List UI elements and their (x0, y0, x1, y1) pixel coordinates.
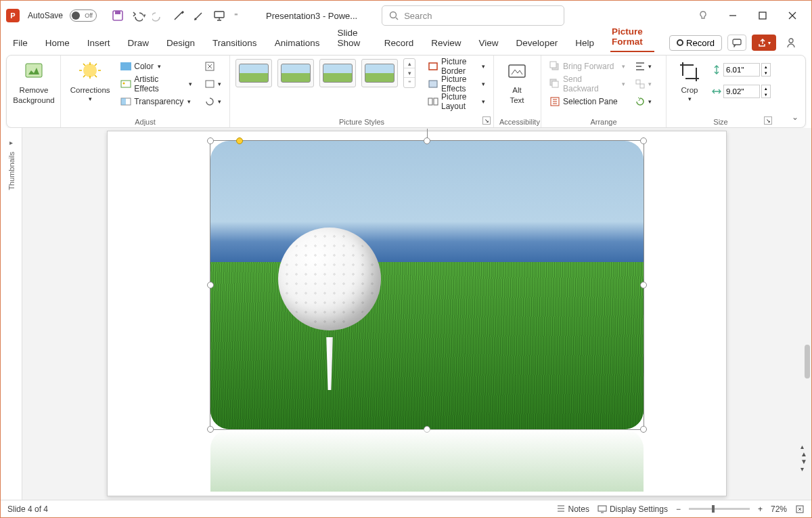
picture-reflection (210, 429, 644, 492)
qat-tool-1[interactable] (170, 7, 187, 24)
ribbon-tabs: File Home Insert Draw Design Transitions… (1, 30, 811, 52)
transparency-button[interactable]: Transparency ▾ (118, 93, 195, 110)
account-icon[interactable] (782, 33, 800, 52)
tab-review[interactable]: Review (430, 34, 462, 52)
size-dialog-launcher[interactable]: ↘ (764, 116, 772, 125)
maximize-button[interactable] (753, 6, 772, 25)
tab-insert[interactable]: Insert (86, 34, 112, 52)
change-picture-button[interactable]: ▾ (202, 76, 224, 92)
fit-to-window-button[interactable] (795, 504, 805, 514)
zoom-slider[interactable] (689, 508, 750, 510)
thumbnails-panel[interactable]: ▸ Thumbnails (1, 128, 22, 500)
gallery-down[interactable]: ▾ (404, 68, 415, 78)
tab-design[interactable]: Design (165, 34, 196, 52)
handle-top-right[interactable] (640, 137, 647, 144)
svg-rect-19 (434, 98, 438, 105)
handle-top-left[interactable] (207, 137, 214, 144)
styles-gallery[interactable]: ▴ ▾ ⁼ (235, 58, 415, 88)
send-backward-button[interactable]: Send Backward▾ (547, 76, 628, 92)
svg-rect-20 (509, 65, 525, 77)
zoom-level[interactable]: 72% (771, 504, 787, 514)
redo-button[interactable] (150, 7, 167, 24)
height-field[interactable]: ▴▾ (711, 62, 771, 77)
crop-button[interactable]: Crop▾ (672, 58, 707, 106)
tab-slideshow[interactable]: Slide Show (336, 24, 367, 52)
svg-point-6 (789, 39, 793, 43)
color-button[interactable]: Color ▾ (118, 58, 195, 74)
picture-effects-button[interactable]: Picture Effects ▾ (425, 76, 488, 92)
tab-file[interactable]: File (12, 34, 29, 52)
undo-button[interactable]: ▾ (129, 7, 147, 24)
align-button[interactable]: ▾ (632, 58, 654, 74)
qat-overflow[interactable]: ⁼ (231, 7, 242, 24)
width-icon (711, 86, 722, 97)
tab-help[interactable]: Help (574, 34, 595, 52)
tab-picture-format[interactable]: Picture Format (610, 22, 654, 52)
height-input[interactable] (723, 63, 760, 77)
corrections-button[interactable]: Corrections▾ (66, 58, 114, 106)
selection-pane-button[interactable]: Selection Pane (547, 93, 628, 110)
group-button[interactable]: ▾ (632, 76, 654, 92)
zoom-in-button[interactable]: + (758, 504, 763, 514)
handle-mid-left[interactable] (207, 282, 214, 288)
selected-picture[interactable] (210, 141, 644, 429)
style-preset-3[interactable] (319, 59, 356, 87)
style-preset-2[interactable] (277, 59, 314, 87)
search-input[interactable]: Search (382, 5, 564, 26)
handle-bot-right[interactable] (640, 426, 647, 433)
qat-tool-2[interactable] (190, 7, 208, 24)
remove-background-button[interactable]: Remove Background (12, 58, 55, 108)
svg-rect-18 (428, 98, 432, 105)
picture-border-button[interactable]: Picture Border ▾ (425, 58, 488, 74)
gallery-more[interactable]: ⁼ (404, 78, 415, 87)
bring-forward-button[interactable]: Bring Forward▾ (547, 58, 628, 74)
slide-canvas[interactable]: ▴▲▼▾ (22, 128, 811, 500)
share-button[interactable]: ▾ (752, 35, 776, 51)
slide-nav-arrows[interactable]: ▴▲▼▾ (800, 443, 807, 473)
width-input[interactable] (723, 85, 760, 98)
tab-draw[interactable]: Draw (127, 34, 151, 52)
zoom-out-button[interactable]: − (676, 504, 681, 514)
tab-transitions[interactable]: Transitions (211, 34, 258, 52)
svg-rect-16 (429, 63, 437, 70)
vertical-scrollbar[interactable] (805, 345, 810, 379)
tab-developer[interactable]: Developer (515, 34, 560, 52)
slide[interactable] (107, 131, 727, 496)
svg-rect-22 (550, 62, 556, 68)
slide-indicator[interactable]: Slide 4 of 4 (7, 504, 48, 514)
artistic-effects-button[interactable]: Artistic Effects ▾ (118, 76, 195, 92)
quick-access-toolbar: ▾ ⁼ (109, 7, 242, 24)
rotate-button[interactable]: ▾ (632, 93, 654, 110)
comments-button[interactable] (727, 35, 746, 51)
alt-text-button[interactable]: Alt Text (499, 58, 535, 108)
lightbulb-icon[interactable] (694, 6, 713, 25)
reset-picture-button[interactable]: ▾ (202, 93, 224, 110)
group-accessibility: Alt Text Accessibility (494, 56, 541, 127)
collapse-ribbon[interactable]: ⌄ (792, 112, 798, 122)
picture-layout-button[interactable]: Picture Layout ▾ (425, 93, 488, 110)
tab-animations[interactable]: Animations (273, 34, 321, 52)
record-button[interactable]: Record (669, 35, 722, 51)
handle-bot-left[interactable] (207, 426, 214, 433)
save-icon[interactable] (109, 7, 127, 24)
minimize-button[interactable] (723, 6, 742, 25)
tab-record[interactable]: Record (383, 34, 415, 52)
width-field[interactable]: ▴▾ (711, 84, 771, 99)
display-settings-button[interactable]: Display Settings (597, 504, 668, 514)
tab-home[interactable]: Home (44, 34, 71, 52)
close-button[interactable] (783, 6, 802, 25)
gallery-up[interactable]: ▴ (404, 59, 415, 68)
handle-mid-right[interactable] (640, 282, 647, 288)
autosave-toggle[interactable]: Off (70, 9, 97, 22)
height-icon (711, 64, 722, 75)
tab-view[interactable]: View (478, 34, 500, 52)
styles-dialog-launcher[interactable]: ↘ (482, 116, 491, 125)
expand-thumbnails-icon[interactable]: ▸ (9, 139, 13, 146)
compress-button[interactable] (202, 58, 224, 74)
notes-button[interactable]: Notes (556, 504, 589, 514)
style-preset-4[interactable] (361, 59, 398, 87)
present-icon[interactable] (210, 7, 228, 24)
style-preset-1[interactable] (235, 59, 272, 87)
handle-top-mid[interactable] (424, 137, 430, 144)
group-size: Crop▾ ▴▾ ▴▾ Size ↘ (667, 56, 775, 127)
